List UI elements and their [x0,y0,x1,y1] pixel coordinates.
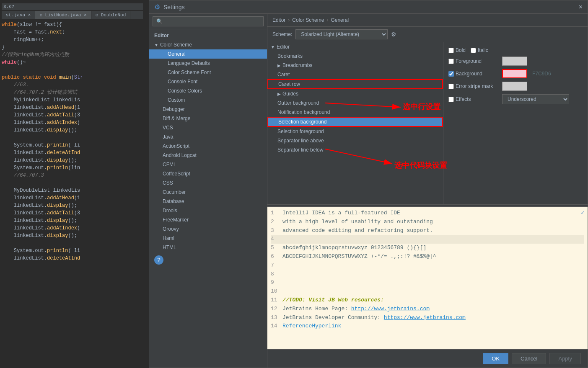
tree-item-java[interactable]: Java [149,132,267,142]
tree-item-general[interactable]: General [149,49,267,59]
code-line: //64.707.3 [2,172,143,179]
apply-button[interactable]: Apply [549,353,581,364]
code-line [2,239,143,247]
etree-selection-fg[interactable]: Selection foreground [267,127,443,136]
scheme-label: Scheme: [272,31,292,37]
foreground-checkbox[interactable] [448,59,454,64]
italic-checkbox[interactable] [471,48,476,53]
etree-gutter-bg[interactable]: Gutter background [267,98,443,108]
code-line: linkedList.addAtTail(3 [2,111,143,119]
tree-item-cucumber[interactable]: Cucumber [149,188,267,197]
effects-type-select[interactable]: Underscored [502,94,569,104]
preview-line-5: 5 abcdefghijklmnopqrstuvwxyz 0123456789 … [271,244,584,252]
tree-item-android-logcat[interactable]: Android Logcat [149,151,267,160]
tree-item-diff-merge[interactable]: Diff & Merge [149,114,267,123]
tree-item-drools[interactable]: Drools [149,206,267,215]
background-color-swatch[interactable] [502,69,527,78]
etree-selection-bg[interactable]: Selection background [267,117,443,127]
error-stripe-row: Error stripe mark [448,82,583,91]
error-stripe-checkbox[interactable] [448,84,454,89]
error-stripe-color-swatch[interactable] [502,82,527,91]
settings-tree: Editor ▼ Color Scheme General Language D… [149,29,267,368]
tab-doublenode[interactable]: c DoubleNod [91,11,131,19]
background-row: Background F7C9D6 [448,69,583,78]
etree-bookmarks[interactable]: Bookmarks [267,51,443,61]
preview-line-9: 9 [271,278,584,287]
tab-stlist[interactable]: st.java × [2,11,35,19]
breadcrumb-sep1: › [288,17,290,23]
code-line: linkedList.display(); [2,232,143,239]
code-line [2,134,143,142]
tree-color-scheme[interactable]: ▼ Color Scheme [149,40,267,49]
foreground-label: Foreground [456,58,482,64]
etree-breadcrumbs[interactable]: ▶Breadcrumbs [267,61,443,70]
settings-dialog: ⚙ Settings × Editor ▼ Color Scheme Gener… [149,0,588,368]
code-line: while()~ [2,59,143,66]
chevron-down-icon: ▼ [271,45,275,49]
dialog-footer: OK Cancel Apply [267,349,588,368]
help-button[interactable]: ? [154,255,163,265]
chevron-right-icon: ▶ [277,92,281,96]
etree-separator-above[interactable]: Separator line above [267,136,443,145]
code-panel: 3.67 st.java × c ListNode.java × c Doubl… [0,0,145,368]
tree-item-console-font[interactable]: Console Font [149,77,267,86]
ok-button[interactable]: OK [483,353,508,364]
effects-checkbox[interactable] [448,97,454,102]
element-tree: ▼ Editor Bookmarks ▶Breadcrumbs Caret Ca… [267,42,443,204]
etree-caret[interactable]: Caret [267,70,443,79]
etree-guides[interactable]: ▶Guides [267,89,443,98]
preview-line-12: 12 JetBrains Home Page: http://www.jetbr… [271,305,584,314]
code-line: ringNum++; [2,36,143,44]
effects-check-container: Effects [448,96,499,102]
tree-item-custom[interactable]: Custom [149,95,267,105]
tree-item-color-scheme-font[interactable]: Color Scheme Font [149,68,267,77]
scheme-gear-button[interactable]: ⚙ [391,31,396,38]
foreground-check-container: Foreground [448,58,499,64]
tree-item-vcs[interactable]: VCS [149,123,267,132]
tree-item-haml[interactable]: Haml [149,234,267,243]
background-color-value: F7C9D6 [532,71,551,77]
settings-icon: ⚙ [154,3,160,11]
code-line: linkedList.addAtHead(1 [2,104,143,111]
tree-item-freemaker[interactable]: FreeMarker [149,215,267,224]
etree-separator-below[interactable]: Separator line below [267,145,443,154]
dialog-title: Settings [163,4,185,10]
preview-line-8: 8 [271,270,584,279]
effects-label: Effects [456,96,471,102]
code-line [2,66,143,74]
tree-item-language-defaults[interactable]: Language Defaults [149,59,267,68]
chevron-right-icon: ▶ [277,63,281,68]
bold-checkbox[interactable] [448,48,454,53]
background-label: Background [456,71,482,77]
tree-item-cfml[interactable]: CFML [149,160,267,169]
tab-listnode[interactable]: c ListNode.java × [35,11,91,19]
close-button[interactable]: × [579,3,583,11]
code-line: linkedList.display(); [2,157,143,164]
tab-bar: st.java × c ListNode.java × c DoubleNod [2,11,143,19]
preview-line-13: 13 JetBrains Developer Community: https:… [271,314,584,322]
chevron-down-icon: ▼ [154,43,158,47]
code-line: linkedList.addAtTail(3 [2,209,143,217]
tree-item-database[interactable]: Database [149,197,267,206]
preview-line-10: 10 [271,287,584,296]
scheme-select[interactable]: Solarized Light (Alternate) [295,29,388,39]
etree-editor-group[interactable]: ▼ Editor [267,42,443,51]
breadcrumb: Editor › Color Scheme › General [267,14,588,27]
breadcrumb-general: General [331,17,349,23]
etree-caret-row[interactable]: Caret row [267,79,443,89]
preview-line-1: 1 IntelliJ IDEA is a full-featured IDE ✓ [271,209,584,218]
etree-notification-bg[interactable]: Notification background [267,108,443,117]
tree-item-actionscript[interactable]: ActionScript [149,142,267,151]
search-input[interactable] [153,16,264,26]
tree-item-groovy[interactable]: Groovy [149,224,267,234]
tree-item-coffeescript[interactable]: CoffeeScript [149,169,267,178]
tree-item-debugger[interactable]: Debugger [149,105,267,114]
tree-item-css[interactable]: CSS [149,178,267,188]
background-checkbox[interactable] [448,71,454,77]
search-bar [149,14,267,29]
breadcrumb-editor: Editor [272,17,285,23]
tree-item-html[interactable]: HTML [149,243,267,252]
tree-item-console-colors[interactable]: Console Colors [149,86,267,95]
cancel-button[interactable]: Cancel [512,353,546,364]
foreground-color-swatch[interactable] [502,57,527,66]
